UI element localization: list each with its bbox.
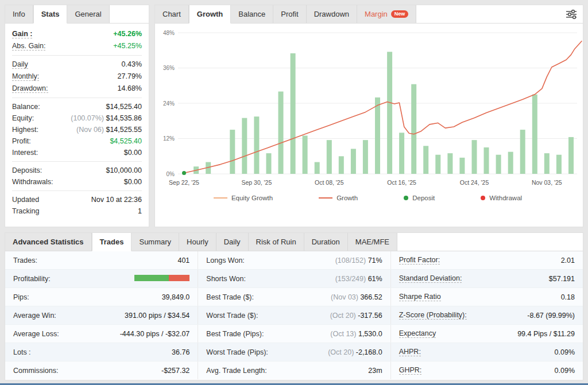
tab-summary[interactable]: Summary: [131, 233, 179, 251]
stat-value: 0.09%: [555, 348, 575, 356]
stat-label: Tracking: [12, 207, 39, 215]
svg-text:Oct 16, '25: Oct 16, '25: [387, 179, 416, 186]
stat-value: +45.25%: [113, 42, 142, 50]
stat-label: Average Loss:: [13, 330, 59, 338]
tab-label: Duration: [312, 238, 340, 246]
stat-cell-profit-factor: Profit Factor:2.01: [390, 251, 583, 269]
legend-item-equity-growth[interactable]: Equity Growth: [214, 195, 273, 201]
stat-label: Updated: [12, 196, 39, 204]
svg-text:Sep 22, '25: Sep 22, '25: [169, 179, 199, 186]
stat-label[interactable]: Sharpe Ratio: [399, 293, 441, 301]
svg-text:Nov 03, '25: Nov 03, '25: [532, 179, 562, 186]
stat-value: $0.00: [124, 178, 142, 186]
statistics-row: Pips:39,849.0Best Trade ($):(Nov 03) 366…: [5, 287, 583, 306]
stat-value: 0.09%: [555, 367, 575, 375]
tab-drawdown[interactable]: Drawdown: [307, 5, 357, 23]
stat-value: (153/249) 61%: [335, 275, 382, 283]
tab-mae-mfe[interactable]: MAE/MFE: [348, 233, 397, 251]
stat-cell-trades: Trades:401: [5, 251, 198, 269]
tab-growth[interactable]: Growth: [189, 5, 231, 24]
svg-text:Sep 30, '25: Sep 30, '25: [241, 179, 272, 186]
stat-value: 27.79%: [118, 72, 142, 80]
stat-label[interactable]: Z-Score (Probability):: [399, 311, 467, 320]
stat-label[interactable]: GHPR:: [399, 366, 422, 375]
stat-value: 99.4 Pips / $11.29: [517, 330, 575, 338]
tab-stats[interactable]: Stats: [33, 5, 68, 24]
tab-risk-of-ruin[interactable]: Risk of Ruin: [249, 233, 304, 251]
tab-trades[interactable]: Trades: [92, 233, 132, 251]
stat-row-monthly: Monthly:27.79%: [12, 71, 142, 83]
stat-label[interactable]: Abs. Gain:: [12, 42, 45, 50]
growth-chart-panel: ChartGrowthBalanceProfitDrawdownMarginNe…: [154, 5, 583, 227]
stat-row-interest: Interest:$0.00: [12, 147, 142, 158]
tab-label: Info: [13, 10, 25, 18]
stat-value: 391.00 pips / $34.54: [125, 312, 189, 320]
legend-item-deposit[interactable]: Deposit: [404, 195, 435, 201]
legend-item-growth[interactable]: Growth: [319, 195, 358, 201]
stat-row-highest: Highest:(Nov 06) $14,525.55: [12, 124, 142, 135]
legend-label: Withdrawal: [489, 195, 522, 201]
tab-chart[interactable]: Chart: [155, 5, 189, 23]
stat-label: Worst Trade ($):: [206, 312, 258, 320]
new-badge: New: [391, 10, 409, 18]
chart-body: 0%12%24%36%48%Sep 22, '25Sep 30, '25Oct …: [155, 24, 583, 227]
stat-value: $14,525.40: [106, 103, 142, 111]
divider: [12, 55, 142, 56]
stat-row-daily: Daily0.43%: [12, 59, 142, 71]
tab-daily[interactable]: Daily: [216, 233, 249, 251]
legend-item-withdrawal[interactable]: Withdrawal: [481, 195, 522, 201]
withdrawal-swatch-icon: [481, 196, 485, 200]
stat-cell-best-trade: Best Trade ($):(Nov 03) 366.52: [198, 288, 390, 306]
stat-cell-avg-trade-length: Avg. Trade Length:23m: [198, 361, 390, 379]
filter-sliders-icon: [566, 9, 577, 20]
stat-cell-average-loss: Average Loss:-444.30 pips / -$32.07: [5, 325, 198, 343]
stat-value: 23m: [368, 367, 382, 375]
tab-balance[interactable]: Balance: [231, 5, 273, 23]
statistics-row: Lots :36.76Worst Trade (Pips):(Oct 20) -…: [5, 343, 583, 361]
tab-margin[interactable]: MarginNew: [357, 5, 416, 23]
stat-label[interactable]: Gain :: [12, 30, 32, 38]
stat-value: [134, 275, 189, 283]
stat-label[interactable]: Daily: [12, 60, 28, 69]
tab-advanced-statistics[interactable]: Advanced Statistics: [5, 233, 92, 251]
stat-cell-longs-won: Longs Won:(108/152) 71%: [198, 251, 390, 269]
tab-info[interactable]: Info: [5, 5, 33, 23]
stat-value: 0.18: [561, 293, 575, 301]
stat-value: (Nov 03) 366.52: [331, 293, 382, 301]
stat-value: 14.68%: [118, 84, 142, 92]
tab-label: Trades: [100, 238, 124, 246]
stat-label[interactable]: AHPR:: [399, 348, 421, 356]
stat-label: Lots :: [13, 348, 31, 356]
stat-label[interactable]: Standard Deviation:: [399, 274, 462, 283]
tab-duration[interactable]: Duration: [304, 233, 348, 251]
stat-label: Trades:: [13, 256, 37, 265]
stat-label[interactable]: Expectancy: [399, 329, 436, 338]
svg-text:12%: 12%: [163, 135, 175, 142]
stat-label: Best Trade (Pips):: [206, 330, 264, 338]
stat-cell-average-win: Average Win:391.00 pips / $34.54: [5, 306, 198, 324]
stat-row-drawdown: Drawdown:14.68%: [12, 83, 142, 95]
stat-label[interactable]: Monthly:: [12, 72, 39, 81]
stat-label[interactable]: Profit Factor:: [399, 256, 440, 265]
tab-hourly[interactable]: Hourly: [179, 233, 216, 251]
stat-label: Shorts Won:: [206, 275, 246, 283]
stat-value: 1: [138, 207, 142, 215]
tab-general[interactable]: General: [67, 5, 109, 23]
stat-value: -8.67 (99.99%): [527, 312, 575, 320]
stat-row-equity: Equity:(100.07%) $14,535.86: [12, 112, 142, 124]
stat-value: +45.26%: [113, 30, 142, 38]
equity-growth-swatch-icon: [214, 197, 227, 199]
stat-row-updated: UpdatedNov 10 at 22:36: [12, 194, 142, 205]
stat-value: $10,000.00: [106, 166, 142, 174]
chart-filter-button[interactable]: [560, 6, 583, 23]
growth-chart[interactable]: 0%12%24%36%48%Sep 22, '25Sep 30, '25Oct …: [156, 26, 584, 189]
stat-label[interactable]: Drawdown:: [12, 84, 48, 93]
growth-swatch-icon: [319, 197, 332, 199]
tab-profit[interactable]: Profit: [273, 5, 306, 23]
stat-value: 36.76: [172, 348, 189, 356]
stat-cell-standard-deviation: Standard Deviation:$57.191: [390, 270, 583, 287]
svg-text:48%: 48%: [163, 30, 175, 36]
stat-value: (Nov 06) $14,525.55: [76, 126, 142, 134]
stat-label: Withdrawals:: [12, 178, 53, 186]
tab-label: Daily: [224, 238, 241, 246]
